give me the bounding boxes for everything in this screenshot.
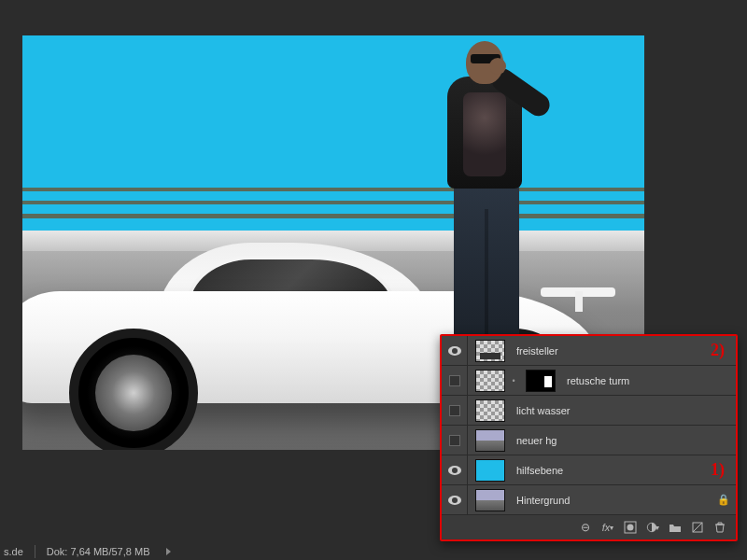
visibility-toggle[interactable] <box>442 396 468 425</box>
lock-icon: 🔒 <box>712 494 736 506</box>
add-mask-icon[interactable] <box>624 521 637 534</box>
visibility-off-icon <box>449 375 460 386</box>
visibility-toggle[interactable] <box>442 455 468 484</box>
layer-row[interactable]: hilfsebene 1) <box>442 455 736 485</box>
layer-thumbnail[interactable] <box>475 459 505 482</box>
eye-icon <box>448 466 461 475</box>
new-group-icon[interactable] <box>669 521 682 534</box>
layer-row[interactable]: licht wasser <box>442 396 736 426</box>
adjustment-layer-icon[interactable]: ▾ <box>646 521 659 534</box>
layer-row[interactable]: Hintergrund 🔒 <box>442 485 736 515</box>
layer-name-label[interactable]: freisteller <box>516 345 707 357</box>
layer-name-label[interactable]: hilfsebene <box>516 465 707 476</box>
layer-thumbnail[interactable] <box>475 340 505 362</box>
visibility-off-icon <box>449 435 460 446</box>
layer-thumbnail[interactable] <box>475 399 505 422</box>
layers-panel-footer: ⊖ fx▾ ▾ <box>442 515 736 539</box>
visibility-toggle[interactable] <box>442 336 468 365</box>
visibility-off-icon <box>449 405 460 416</box>
status-menu-arrow-icon[interactable] <box>166 548 171 555</box>
status-separator <box>35 545 35 558</box>
eye-icon <box>448 346 461 356</box>
new-layer-icon[interactable] <box>691 521 704 534</box>
link-layers-icon[interactable]: ⊖ <box>579 521 592 534</box>
layer-thumbnail[interactable] <box>475 370 505 392</box>
layer-thumbnail[interactable] <box>475 489 505 511</box>
layer-mask-thumbnail[interactable] <box>526 370 556 392</box>
visibility-toggle[interactable] <box>442 485 468 514</box>
doc-size-readout: Dok: 7,64 MB/57,8 MB <box>47 546 150 557</box>
layer-row[interactable]: • retusche turm <box>442 366 736 396</box>
layer-fx-icon[interactable]: fx▾ <box>601 521 614 534</box>
layers-panel: freisteller 2) • retusche turm licht was… <box>440 334 738 541</box>
annotation-number: 1) <box>711 460 725 480</box>
visibility-toggle[interactable] <box>442 366 468 395</box>
annotation-number: 2) <box>711 341 725 360</box>
layer-row[interactable]: neuer hg <box>442 426 736 455</box>
layer-name-label[interactable]: retusche turm <box>567 375 736 386</box>
eye-icon <box>448 496 461 505</box>
delete-layer-icon[interactable] <box>713 521 726 534</box>
svg-point-1 <box>627 525 634 531</box>
person-graphic <box>424 41 555 368</box>
visibility-toggle[interactable] <box>442 426 468 455</box>
mask-link-icon[interactable]: • <box>509 376 518 385</box>
layer-thumbnail[interactable] <box>475 429 505 452</box>
layer-name-label[interactable]: neuer hg <box>516 435 736 446</box>
status-bar: s.de Dok: 7,64 MB/57,8 MB <box>0 543 243 560</box>
status-left-fragment: s.de <box>4 546 23 557</box>
layer-name-label[interactable]: Hintergrund <box>516 495 712 506</box>
layer-row[interactable]: freisteller 2) <box>442 336 736 366</box>
layer-name-label[interactable]: licht wasser <box>516 405 736 416</box>
